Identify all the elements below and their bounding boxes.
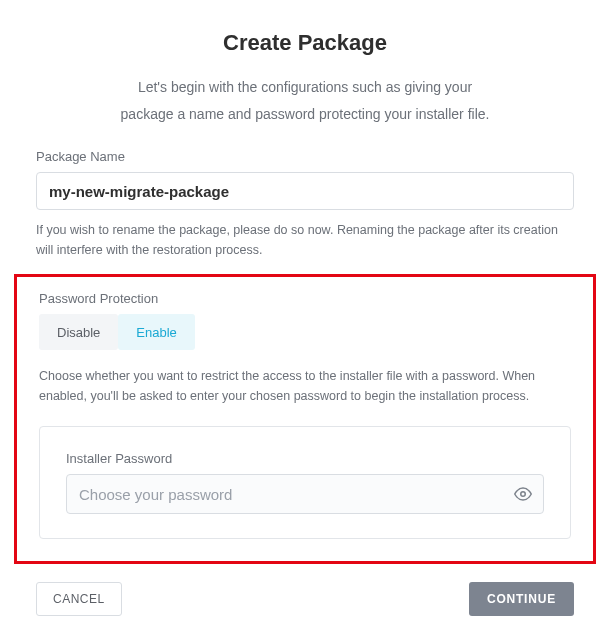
intro-line-1: Let's begin with the configurations such… [36,74,574,101]
footer-actions: CANCEL CONTINUE [36,582,574,616]
intro-line-2: package a name and password protecting y… [36,101,574,128]
password-toggle-group: Disable Enable [39,314,571,350]
disable-button[interactable]: Disable [39,314,118,350]
password-protection-label: Password Protection [39,291,571,306]
enable-button[interactable]: Enable [118,314,194,350]
password-protection-section: Password Protection Disable Enable Choos… [14,274,596,564]
cancel-button[interactable]: CANCEL [36,582,122,616]
intro-text: Let's begin with the configurations such… [36,74,574,127]
installer-password-card: Installer Password [39,426,571,539]
eye-icon[interactable] [512,483,534,505]
package-name-label: Package Name [36,149,574,164]
page-title: Create Package [36,30,574,56]
create-package-panel: Create Package Let's begin with the conf… [0,0,610,625]
password-protection-help: Choose whether you want to restrict the … [39,366,571,406]
package-name-input[interactable] [36,172,574,210]
installer-password-label: Installer Password [66,451,544,466]
continue-button[interactable]: CONTINUE [469,582,574,616]
installer-password-input[interactable] [66,474,544,514]
package-name-help: If you wish to rename the package, pleas… [36,220,574,260]
svg-point-0 [521,492,526,497]
